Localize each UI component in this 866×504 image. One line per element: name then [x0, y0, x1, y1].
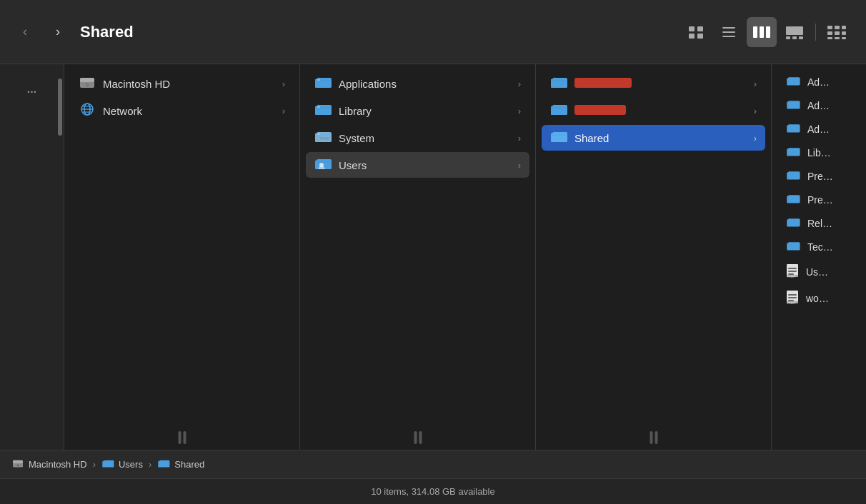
- bottom-bar: Macintosh HD › Users › Shared: [0, 450, 866, 478]
- col1-item-macintosh-hd[interactable]: Macintosh HD ›: [70, 71, 294, 96]
- resize-dot: [414, 431, 417, 444]
- extra-view-icon: [827, 24, 847, 40]
- col4-item-2[interactable]: Ad…: [777, 118, 866, 140]
- svg-rect-22: [842, 37, 846, 39]
- view-column-button[interactable]: [747, 17, 777, 47]
- col2-item-applications[interactable]: Applications ›: [306, 71, 529, 96]
- col3-resize-handle[interactable]: [650, 431, 657, 444]
- shared-folder-icon: [550, 129, 567, 146]
- col2-system-label: System: [339, 132, 511, 144]
- column-2: Applications › Library ›: [300, 64, 536, 450]
- svg-rect-8: [760, 26, 764, 38]
- col1-item-network[interactable]: Network ›: [70, 98, 294, 124]
- sidebar: ...: [0, 64, 64, 450]
- col4-label-4: Pre…: [807, 171, 833, 182]
- svg-rect-38: [788, 268, 797, 269]
- col4-folder-icon-4: [786, 169, 800, 183]
- breadcrumb-shared[interactable]: Shared: [157, 458, 204, 470]
- status-bar: 10 items, 314.08 GB available: [0, 478, 866, 504]
- col4-item-5[interactable]: Pre…: [777, 188, 866, 211]
- breadcrumb-users-icon: [101, 458, 114, 470]
- grid-icon: [687, 25, 705, 39]
- svg-rect-45: [788, 297, 797, 298]
- system-folder-icon: mac: [314, 129, 332, 146]
- column-icon: [752, 25, 771, 39]
- col4-folder-icon-1: [786, 99, 800, 112]
- col2-library-label: Library: [339, 105, 511, 117]
- col3-shared-arrow: ›: [754, 133, 757, 143]
- col4-item-3[interactable]: Lib…: [777, 141, 866, 163]
- view-separator: [815, 24, 816, 41]
- col2-item-users[interactable]: Users ›: [306, 152, 529, 178]
- svg-text:mac: mac: [320, 136, 330, 141]
- col4-folder-icon-6: [786, 216, 800, 230]
- resize-dot: [419, 431, 422, 444]
- svg-rect-5: [722, 31, 735, 33]
- svg-rect-12: [792, 36, 797, 39]
- col4-label-0: Ad…: [807, 76, 830, 88]
- col2-resize-handle[interactable]: [414, 431, 422, 444]
- col4-item-0[interactable]: Ad…: [777, 71, 866, 93]
- gallery-icon: [785, 25, 804, 39]
- col2-item-system[interactable]: mac System ›: [306, 125, 529, 151]
- col2-users-arrow: ›: [518, 160, 521, 171]
- col4-label-8: Us…: [806, 266, 828, 278]
- svg-rect-2: [689, 34, 695, 39]
- view-gallery-button[interactable]: [780, 17, 810, 47]
- col2-system-arrow: ›: [518, 133, 521, 143]
- hd-icon: [79, 75, 96, 92]
- col4-label-1: Ad…: [807, 100, 830, 111]
- col4-item-7[interactable]: Tec…: [777, 236, 866, 258]
- titlebar: ‹ › Shared: [0, 0, 866, 64]
- column-1: Macintosh HD › Network ›: [64, 64, 300, 450]
- svg-rect-34: [317, 133, 320, 135]
- col3-item-redacted-1[interactable]: ›: [542, 71, 765, 96]
- col4-item-1[interactable]: Ad…: [777, 94, 866, 116]
- col4-item-9[interactable]: PLIST wo…: [777, 286, 866, 311]
- col4-folder-icon-7: [786, 240, 800, 253]
- view-grid-button[interactable]: [681, 17, 711, 47]
- col4-item-4[interactable]: Pre…: [777, 165, 866, 187]
- col2-users-label: Users: [339, 159, 511, 171]
- list-icon: [721, 26, 737, 39]
- col1-macintosh-hd-arrow: ›: [282, 79, 285, 89]
- col3-redacted-2-label: [574, 105, 747, 117]
- sidebar-scrollbar[interactable]: [58, 71, 62, 328]
- redacted-bar-1: [574, 78, 632, 88]
- col2-library-arrow: ›: [518, 106, 521, 116]
- breadcrumb-hd-label: Macintosh HD: [29, 459, 87, 470]
- sidebar-scrollbar-thumb: [58, 79, 62, 136]
- col4-item-6[interactable]: Rel…: [777, 212, 866, 234]
- breadcrumb-users[interactable]: Users: [101, 458, 143, 470]
- svg-rect-15: [835, 26, 840, 29]
- svg-rect-10: [786, 26, 803, 35]
- view-extra-button[interactable]: [822, 17, 852, 47]
- breadcrumb-users-label: Users: [119, 459, 143, 470]
- breadcrumb-macintosh-hd[interactable]: Macintosh HD: [11, 458, 87, 470]
- forward-button[interactable]: ›: [47, 21, 69, 43]
- col4-label-5: Pre…: [807, 194, 833, 206]
- col4-item-8[interactable]: PLIST Us…: [777, 259, 866, 284]
- back-button[interactable]: ‹: [14, 21, 36, 43]
- svg-rect-13: [799, 36, 803, 39]
- status-text: 10 items, 314.08 GB available: [371, 486, 494, 497]
- network-icon: [79, 102, 96, 119]
- col1-resize-handle[interactable]: [178, 431, 186, 444]
- svg-rect-50: [13, 460, 23, 463]
- resize-dot: [655, 431, 657, 444]
- col4-folder-icon-3: [786, 146, 800, 159]
- svg-rect-24: [80, 78, 94, 82]
- col4-label-7: Tec…: [807, 241, 833, 253]
- svg-rect-7: [753, 26, 757, 38]
- svg-point-51: [17, 464, 19, 466]
- col3-item-shared[interactable]: Shared ›: [542, 125, 765, 151]
- view-controls: [681, 17, 852, 47]
- col3-item-redacted-2[interactable]: ›: [542, 98, 765, 124]
- svg-rect-3: [697, 34, 703, 39]
- svg-rect-19: [842, 31, 846, 35]
- view-list-button[interactable]: [714, 17, 744, 47]
- window-title: Shared: [80, 23, 670, 41]
- col2-item-library[interactable]: Library ›: [306, 98, 529, 124]
- breadcrumb-sep-2: ›: [149, 459, 151, 470]
- svg-rect-9: [766, 26, 770, 38]
